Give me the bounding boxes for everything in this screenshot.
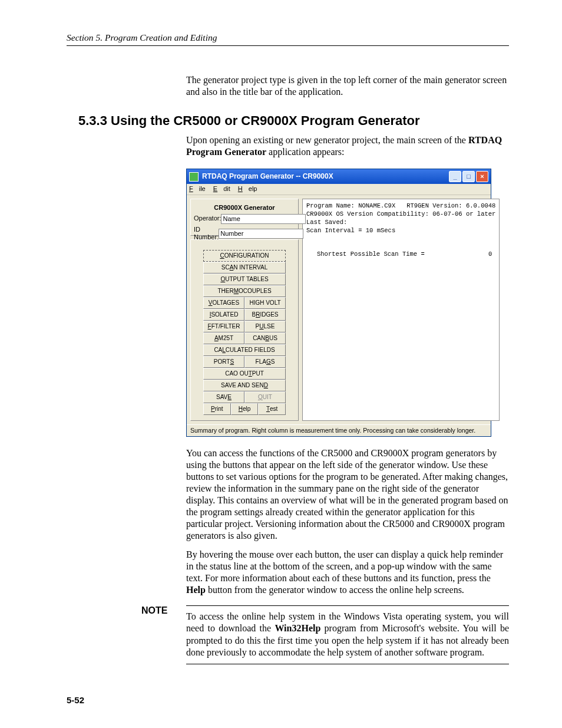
shortest-scan-label: Shortest Possible Scan Time = — [317, 250, 425, 258]
prog-name-line: Program Name: NONAME.C9X RT9GEN Version:… — [306, 202, 495, 210]
test-button[interactable]: Test — [258, 403, 286, 415]
menu-bar: File Edit Help — [187, 184, 491, 195]
last-saved-line: Last Saved: — [306, 218, 495, 226]
window-title: RTDAQ Program Generator -- CR9000X — [202, 172, 333, 181]
thermocouples-button[interactable]: THERMOCOUPLES — [203, 285, 286, 297]
pulse-button[interactable]: PULSE — [244, 321, 286, 332]
menu-file[interactable]: File — [189, 185, 206, 192]
minimize-button[interactable]: _ — [449, 171, 461, 182]
page-number: 5-52 — [67, 695, 509, 705]
app-icon — [189, 172, 199, 182]
generator-title: CR9000X Generator — [194, 204, 295, 212]
isolated-button[interactable]: ISOLATED — [203, 309, 244, 321]
print-button[interactable]: Print — [203, 403, 231, 415]
operator-input[interactable] — [221, 214, 306, 224]
status-bar: Summary of program. Right column is meas… — [187, 424, 491, 436]
help-button[interactable]: Help — [231, 403, 259, 415]
window-titlebar[interactable]: RTDAQ Program Generator -- CR9000X _ □ × — [187, 169, 491, 184]
note-text: To access the online help system in the … — [186, 605, 509, 664]
body-para-2: By hovering the mouse over each button, … — [186, 549, 509, 596]
fft-filter-button[interactable]: FFT/FILTER — [203, 321, 244, 332]
bridges-button[interactable]: BRIDGES — [244, 309, 286, 321]
canbus-button[interactable]: CANBUS — [244, 332, 286, 344]
save-send-button[interactable]: SAVE AND SEND — [203, 380, 286, 391]
maximize-button[interactable]: □ — [462, 171, 475, 182]
output-tables-button[interactable]: OUTPUT TABLES — [203, 274, 286, 285]
save-button[interactable]: SAVE — [203, 391, 244, 403]
left-top-panel: CR9000X Generator Operator: ID Number: — [190, 199, 299, 236]
button-panel: CONFIGURATION SCAN INTERVAL OUTPUT TABLE… — [190, 239, 299, 421]
opening-paragraph: Upon opening an existing or new generato… — [186, 134, 509, 158]
operator-label: Operator: — [194, 215, 221, 223]
id-label: ID Number: — [194, 226, 219, 242]
ports-button[interactable]: PORTS — [203, 356, 244, 368]
body-para-1: You can access the functions of the CR50… — [186, 447, 509, 542]
voltages-button[interactable]: VOLTAGES — [203, 297, 244, 309]
section-heading: 5.3.3 Using the CR5000 or CR9000X Progra… — [78, 113, 509, 129]
flags-button[interactable]: FLAGS — [244, 356, 286, 368]
configuration-button[interactable]: CONFIGURATION — [203, 250, 286, 262]
id-input[interactable] — [219, 229, 303, 239]
page-header: Section 5. Program Creation and Editing — [67, 32, 509, 46]
summary-panel: Program Name: NONAME.C9X RT9GEN Version:… — [302, 199, 500, 421]
quit-button[interactable]: QUIT — [244, 391, 286, 403]
close-button[interactable]: × — [476, 171, 488, 182]
calculated-fields-button[interactable]: CALCULATED FIELDS — [203, 344, 286, 356]
program-generator-window: RTDAQ Program Generator -- CR9000X _ □ ×… — [186, 169, 491, 437]
high-volt-button[interactable]: HIGH VOLT — [244, 297, 286, 309]
intro-paragraph: The generator project type is given in t… — [186, 74, 509, 98]
os-compat-line: CR9000X OS Version Compatibility: 06-07-… — [306, 210, 495, 218]
scan-interval-button[interactable]: SCAN INTERVAL — [203, 262, 286, 274]
note-label: NOTE — [141, 605, 186, 664]
menu-help[interactable]: Help — [238, 185, 257, 192]
shortest-scan-value: 0 — [488, 250, 492, 258]
menu-edit[interactable]: Edit — [213, 185, 230, 192]
scan-interval-line: Scan Interval = 10 mSecs — [306, 226, 495, 235]
cao-output-button[interactable]: CAO OUTPUT — [203, 368, 286, 380]
am25t-button[interactable]: AM25T — [203, 332, 244, 344]
